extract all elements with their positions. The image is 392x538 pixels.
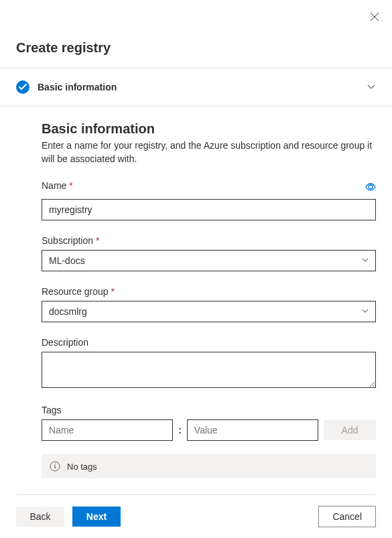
name-input[interactable]: [42, 199, 376, 220]
description-label: Description: [42, 337, 376, 348]
next-button[interactable]: Next: [72, 507, 121, 527]
no-tags-message: No tags: [42, 454, 376, 478]
chevron-down-icon: [367, 82, 376, 93]
step-header[interactable]: Basic information: [16, 68, 376, 106]
eye-icon[interactable]: [365, 182, 376, 193]
description-textarea[interactable]: [42, 352, 376, 388]
tag-name-input[interactable]: [42, 419, 173, 441]
resource-group-label: Resource group *: [42, 286, 376, 297]
tags-label: Tags: [42, 405, 376, 415]
subscription-label: Subscription *: [42, 235, 376, 246]
check-circle-icon: [16, 80, 29, 94]
section-description: Enter a name for your registry, and the …: [42, 139, 376, 165]
resource-group-select[interactable]: docsmlrg: [42, 301, 376, 322]
tag-value-input[interactable]: [187, 419, 318, 441]
required-indicator: *: [96, 235, 99, 246]
add-tag-button[interactable]: Add: [324, 420, 376, 440]
svg-point-1: [54, 464, 56, 465]
step-title: Basic information: [38, 82, 367, 92]
required-indicator: *: [111, 286, 115, 297]
required-indicator: *: [69, 180, 72, 191]
subscription-select[interactable]: ML-docs: [42, 250, 376, 271]
close-icon: [370, 12, 379, 21]
svg-rect-2: [54, 466, 55, 469]
info-icon: [50, 461, 60, 472]
section-title: Basic information: [42, 121, 376, 137]
tag-separator: :: [178, 425, 182, 435]
page-title: Create registry: [16, 40, 376, 56]
close-button[interactable]: [369, 12, 380, 23]
name-label: Name *: [42, 180, 73, 191]
divider: [0, 106, 392, 107]
back-button[interactable]: Back: [16, 507, 64, 527]
cancel-button[interactable]: Cancel: [318, 506, 376, 527]
footer: Back Next Cancel: [0, 495, 392, 538]
